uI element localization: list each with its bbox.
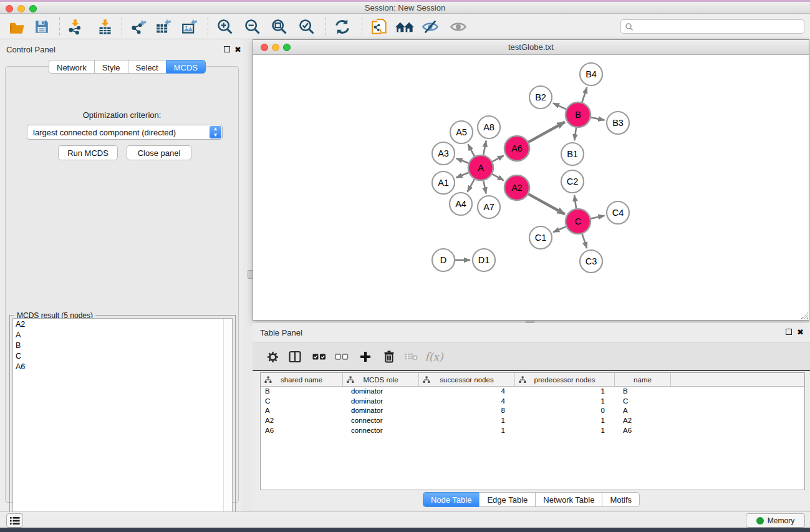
cell-shared-name[interactable]: A2 — [261, 416, 343, 426]
cell-successor-nodes[interactable]: 4 — [419, 387, 515, 397]
cell-mcds-role[interactable]: dominator — [343, 397, 419, 407]
cell-shared-name[interactable]: B — [261, 387, 343, 397]
edge-A6-B[interactable] — [528, 122, 565, 142]
window-resize-grip[interactable] — [801, 312, 808, 319]
tab-mcds[interactable]: MCDS — [166, 60, 206, 74]
node-C4[interactable]: C4 — [607, 201, 629, 224]
node-A7[interactable]: A7 — [478, 196, 500, 218]
result-list-item[interactable]: A2 — [13, 319, 232, 329]
node-A2[interactable]: A2 — [504, 175, 529, 200]
zoom-selected-icon[interactable] — [298, 18, 316, 36]
table-row[interactable]: A6connector11A6 — [261, 426, 804, 436]
tab-style[interactable]: Style — [94, 60, 128, 74]
result-list-item[interactable]: A — [13, 329, 232, 340]
edge-A-A8[interactable] — [483, 141, 486, 155]
node-C2[interactable]: C2 — [561, 170, 584, 193]
show-graphics-details-icon[interactable] — [450, 18, 467, 36]
open-session-icon[interactable] — [8, 18, 26, 36]
node-C3[interactable]: C3 — [580, 250, 602, 273]
node-A[interactable]: A — [468, 155, 493, 180]
network-canvas[interactable]: AA1A2A3A4A5A6A7A8BB1B2B3B4CC1C2C3C4DD1 — [253, 55, 809, 320]
table-settings-gear-icon[interactable] — [266, 350, 279, 364]
hide-graphics-details-icon[interactable] — [422, 18, 439, 36]
create-column-icon[interactable] — [359, 350, 372, 364]
close-table-panel-icon[interactable]: ✖ — [797, 329, 804, 336]
node-D1[interactable]: D1 — [473, 249, 495, 271]
edge-A-A3[interactable] — [456, 158, 469, 163]
edge-C-C2[interactable] — [574, 195, 576, 208]
tab-node-table[interactable]: Node Table — [423, 492, 480, 507]
cell-predecessor-nodes[interactable]: 1 — [515, 416, 615, 426]
node-A8[interactable]: A8 — [478, 116, 500, 138]
cell-successor-nodes[interactable]: 1 — [419, 426, 515, 436]
import-table-icon[interactable] — [96, 18, 113, 36]
edge-A-A7[interactable] — [483, 181, 486, 194]
run-mcds-button[interactable]: Run MCDS — [58, 145, 118, 160]
node-B4[interactable]: B4 — [580, 63, 602, 85]
save-session-icon[interactable] — [33, 18, 51, 36]
edge-A-A4[interactable] — [468, 179, 475, 191]
edge-A2-C[interactable] — [528, 194, 565, 214]
edge-A-A6[interactable] — [493, 155, 504, 162]
cell-successor-nodes[interactable]: 4 — [419, 397, 515, 407]
float-panel-icon[interactable] — [224, 46, 230, 52]
edge-B-B4[interactable] — [582, 87, 587, 102]
cell-mcds-role[interactable]: dominator — [343, 406, 419, 416]
node-A6[interactable]: A6 — [504, 136, 529, 161]
node-A1[interactable]: A1 — [432, 172, 455, 194]
cell-predecessor-nodes[interactable]: 1 — [515, 387, 615, 397]
node-D[interactable]: D — [432, 249, 455, 271]
edge-C-C4[interactable] — [591, 216, 605, 219]
column-header-name[interactable]: name — [615, 373, 671, 386]
new-network-from-selection-icon[interactable] — [370, 18, 388, 36]
cell-mcds-role[interactable]: dominator — [343, 387, 419, 397]
node-B[interactable]: B — [566, 102, 591, 127]
tab-network-table[interactable]: Network Table — [535, 492, 602, 507]
select-all-icon[interactable] — [312, 350, 326, 364]
table-row[interactable]: A2connector11A2 — [261, 416, 804, 426]
node-B3[interactable]: B3 — [607, 112, 629, 134]
edge-B-B1[interactable] — [574, 128, 576, 140]
result-list-item[interactable]: A6 — [13, 361, 232, 372]
task-history-button[interactable] — [6, 513, 23, 528]
table-row[interactable]: Bdominator41B — [261, 387, 804, 397]
column-header-mcds-role[interactable]: MCDS role — [343, 373, 419, 386]
node-C[interactable]: C — [566, 209, 591, 234]
export-table-icon[interactable] — [155, 18, 172, 36]
import-network-icon[interactable] — [66, 18, 84, 36]
zoom-out-icon[interactable] — [244, 18, 261, 36]
result-list-scrollbar[interactable] — [223, 319, 232, 522]
tab-motifs[interactable]: Motifs — [602, 492, 640, 507]
cell-name[interactable]: A6 — [615, 426, 671, 436]
column-header-successor-nodes[interactable]: successor nodes — [419, 373, 515, 386]
cell-successor-nodes[interactable]: 1 — [419, 416, 515, 426]
cell-name[interactable]: C — [615, 397, 671, 407]
close-panel-icon[interactable]: ✖ — [234, 47, 241, 53]
edge-B-B3[interactable] — [591, 117, 605, 120]
node-A4[interactable]: A4 — [450, 193, 472, 215]
show-columns-icon[interactable] — [288, 350, 302, 364]
mcds-result-list[interactable]: A2ABCA6 — [12, 318, 233, 523]
float-table-panel-icon[interactable] — [786, 329, 792, 335]
edge-A-A5[interactable] — [468, 144, 475, 156]
zoom-in-icon[interactable] — [216, 18, 234, 36]
table-row[interactable]: Adominator80A — [261, 406, 804, 416]
tab-network[interactable]: Network — [49, 60, 94, 74]
deselect-all-icon[interactable] — [335, 350, 349, 364]
column-header-shared-name[interactable]: shared name — [261, 373, 343, 386]
cell-mcds-role[interactable]: connector — [343, 416, 419, 426]
edge-C-C3[interactable] — [582, 234, 587, 248]
tab-edge-table[interactable]: Edge Table — [479, 492, 535, 507]
edge-C-C1[interactable] — [553, 226, 566, 232]
node-B1[interactable]: B1 — [561, 143, 584, 165]
edge-A-A1[interactable] — [456, 173, 468, 178]
cell-predecessor-nodes[interactable]: 0 — [515, 406, 615, 416]
search-input[interactable] — [620, 19, 804, 34]
cell-name[interactable]: B — [615, 387, 671, 397]
column-header-predecessor-nodes[interactable]: predecessor nodes — [515, 373, 615, 386]
result-list-item[interactable]: B — [13, 340, 232, 351]
apply-layout-icon[interactable] — [334, 18, 351, 36]
show-network-overview-icon[interactable] — [394, 18, 415, 36]
export-network-icon[interactable] — [129, 18, 147, 36]
network-window-titlebar[interactable]: testGlobe.txt — [253, 40, 809, 55]
